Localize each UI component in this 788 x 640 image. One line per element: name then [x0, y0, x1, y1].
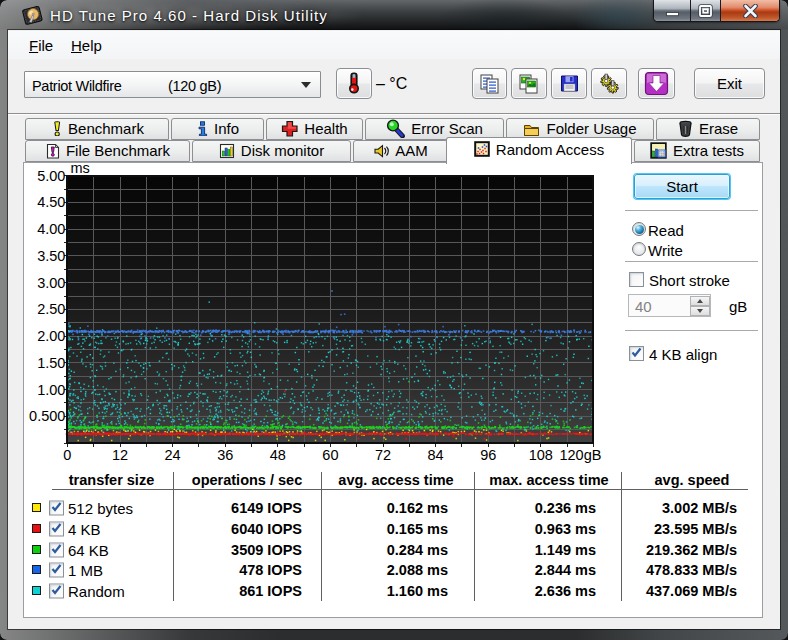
- radio-dot: [635, 225, 644, 234]
- exclaim-icon: [50, 121, 62, 136]
- tab-extra-tests[interactable]: Extra tests: [634, 140, 760, 162]
- avg-speed-value: 437.069 MB/s: [646, 583, 737, 599]
- app-icon: [22, 5, 43, 26]
- up-arrow-icon: [697, 299, 703, 303]
- checkmark-icon: [50, 584, 63, 597]
- column-header: max. access time: [489, 472, 608, 488]
- series-checkbox[interactable]: [49, 501, 64, 516]
- scattericon-icon: [474, 141, 490, 157]
- avg-access-value: 0.284 ms: [387, 542, 448, 558]
- tab-label: Health: [304, 120, 347, 137]
- series-color-swatch: [32, 586, 41, 595]
- transfer-size-label: 4 KB: [68, 521, 101, 538]
- spin-up-button[interactable]: [690, 296, 710, 306]
- info-icon: [196, 121, 208, 136]
- diskmon-icon: [219, 143, 235, 159]
- tab-aam[interactable]: AAM: [353, 140, 448, 162]
- down-arrow-icon: [697, 309, 703, 313]
- ops-value: 6040 IOPS: [231, 521, 302, 537]
- checkmark-icon: [50, 543, 63, 556]
- tab-disk-monitor[interactable]: Disk monitor: [192, 140, 351, 162]
- ops-value: 6149 IOPS: [231, 500, 302, 516]
- svg-text:2.00: 2.00: [37, 328, 65, 344]
- exit-button[interactable]: Exit: [694, 68, 765, 99]
- series-checkbox[interactable]: [49, 584, 64, 599]
- tab-label: Error Scan: [411, 120, 483, 137]
- copy-image-button[interactable]: [511, 68, 547, 99]
- svg-text:0: 0: [63, 447, 71, 463]
- align-checkbox[interactable]: [629, 346, 644, 361]
- temperature-button[interactable]: [336, 68, 372, 99]
- options-button[interactable]: [591, 68, 627, 99]
- thermometer-icon: [348, 72, 360, 95]
- svg-text:84: 84: [428, 447, 444, 463]
- series-checkbox[interactable]: [49, 563, 64, 578]
- separator: [625, 330, 758, 331]
- svg-text:3.50: 3.50: [37, 248, 65, 264]
- drive-capacity: (120 gB): [168, 78, 221, 94]
- menu-file[interactable]: File: [22, 31, 60, 59]
- trash-icon: [678, 120, 693, 137]
- filebench-icon: [45, 143, 60, 159]
- maximize-button[interactable]: [690, 0, 720, 21]
- lens-icon: [386, 119, 405, 138]
- svg-text:120gB: 120gB: [559, 447, 601, 463]
- svg-text:24: 24: [165, 447, 181, 463]
- svg-text:2.50: 2.50: [37, 301, 65, 317]
- tab-label: Info: [214, 120, 239, 137]
- avg-access-value: 0.162 ms: [387, 500, 448, 516]
- series-checkbox[interactable]: [49, 522, 64, 537]
- start-button[interactable]: Start: [634, 174, 730, 199]
- tab-benchmark[interactable]: Benchmark: [25, 118, 169, 140]
- checkmark-icon: [50, 563, 63, 576]
- checkmark-icon: [630, 346, 643, 359]
- minimize-button[interactable]: [654, 0, 690, 21]
- svg-text:1.00: 1.00: [37, 382, 65, 398]
- svg-text:48: 48: [270, 447, 286, 463]
- svg-text:36: 36: [217, 447, 233, 463]
- avg-speed-value: 219.362 MB/s: [646, 542, 737, 558]
- tab-health[interactable]: Health: [266, 118, 363, 140]
- temperature-value: – °C: [376, 75, 407, 93]
- write-radio[interactable]: [632, 242, 646, 256]
- column-header: transfer size: [69, 472, 154, 488]
- short-stroke-size-field[interactable]: 40: [628, 294, 711, 317]
- svg-text:72: 72: [375, 447, 391, 463]
- save-button[interactable]: [551, 68, 587, 99]
- close-icon: [742, 4, 759, 18]
- read-radio[interactable]: [632, 222, 646, 236]
- svg-text:96: 96: [480, 447, 496, 463]
- copy-text-button[interactable]: [472, 68, 507, 99]
- menu-help[interactable]: Help: [64, 31, 109, 59]
- column-separator: [321, 472, 322, 601]
- series-color-swatch: [32, 545, 41, 554]
- svg-text:1.50: 1.50: [37, 355, 65, 371]
- speaker-icon: [373, 143, 389, 158]
- copy-image-icon: [518, 73, 540, 95]
- short-stroke-size-value: 40: [635, 298, 652, 315]
- transfer-size-label: 1 MB: [68, 562, 103, 579]
- spin-down-button[interactable]: [690, 306, 710, 316]
- tab-random-access[interactable]: Random Access: [446, 137, 632, 164]
- tab-file-benchmark[interactable]: File Benchmark: [25, 140, 190, 162]
- tab-erase[interactable]: Erase: [656, 118, 760, 140]
- series-checkbox[interactable]: [49, 543, 64, 558]
- svg-text:4.00: 4.00: [37, 221, 65, 237]
- short-stroke-label: Short stroke: [649, 272, 730, 289]
- close-button[interactable]: [720, 0, 779, 21]
- tab-label: Disk monitor: [241, 142, 324, 159]
- copy-text-icon: [479, 73, 501, 95]
- svg-text:ms: ms: [70, 160, 89, 176]
- transfer-size-label: 64 KB: [68, 542, 109, 559]
- download-button[interactable]: [638, 68, 675, 99]
- short-stroke-checkbox[interactable]: [629, 272, 644, 287]
- avg-access-value: 0.165 ms: [387, 521, 448, 537]
- column-separator: [173, 472, 174, 601]
- drive-select-dropdown[interactable]: Patriot Wildfire (120 gB): [24, 71, 321, 98]
- column-header: avg. speed: [655, 472, 730, 488]
- tab-label: File Benchmark: [66, 142, 170, 159]
- max-access-value: 2.636 ms: [535, 583, 596, 599]
- folder-icon: [523, 121, 540, 137]
- app-window: HD Tune Pro 4.60 - Hard Disk Utility Fil…: [0, 0, 788, 640]
- tab-info[interactable]: Info: [171, 118, 264, 140]
